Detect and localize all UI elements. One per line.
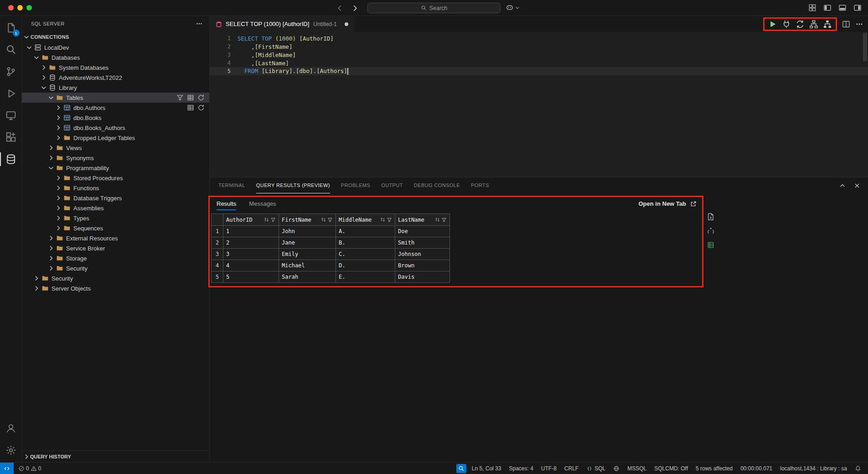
tree-item-types[interactable]: Types: [22, 213, 209, 223]
filter-icon[interactable]: [327, 217, 333, 223]
grid-action-icon[interactable]: [187, 94, 194, 101]
messages-tab[interactable]: Messages: [249, 200, 276, 210]
activity-manage[interactable]: [0, 439, 22, 461]
chevron-right-icon[interactable]: [33, 275, 40, 282]
tree-item-dbo-authors[interactable]: dbo.Authors: [22, 103, 209, 113]
column-header-middlename[interactable]: MiddleName: [336, 214, 395, 226]
tree-item-sequences[interactable]: Sequences: [22, 223, 209, 233]
tree-item-security[interactable]: Security: [22, 273, 209, 283]
sort-icon[interactable]: [320, 217, 326, 223]
chevron-right-icon[interactable]: [47, 255, 55, 262]
tree-item-synonyms[interactable]: Synonyms: [22, 153, 209, 163]
disconnect-icon[interactable]: [782, 20, 791, 29]
connections-section-header[interactable]: CONNECTIONS: [22, 31, 209, 42]
toggle-panel-icon[interactable]: [838, 4, 847, 12]
tree-item-storage[interactable]: Storage: [22, 253, 209, 263]
maximize-panel-icon[interactable]: [839, 182, 846, 189]
grid-cell[interactable]: D.: [336, 260, 395, 271]
activity-sql-server[interactable]: [0, 148, 22, 170]
change-connection-icon[interactable]: [796, 20, 805, 29]
column-header-firstname[interactable]: FirstName: [279, 214, 336, 226]
status-encoding[interactable]: UTF-8: [539, 463, 559, 474]
sidebar-more-actions-icon[interactable]: [196, 20, 203, 27]
chevron-right-icon[interactable]: [40, 64, 47, 71]
activity-accounts[interactable]: [0, 417, 22, 439]
status-zoom[interactable]: [456, 464, 466, 473]
tree-item-library[interactable]: Library: [22, 83, 209, 93]
chevron-right-icon[interactable]: [55, 134, 62, 141]
activity-source-control[interactable]: [0, 61, 22, 83]
chevron-down-icon[interactable]: [47, 94, 55, 101]
panel-tab-ports[interactable]: PORTS: [471, 177, 489, 193]
chevron-right-icon[interactable]: [47, 245, 55, 252]
save-as-excel-icon[interactable]: [707, 241, 715, 249]
grid-cell[interactable]: Smith: [395, 237, 450, 249]
chevron-right-icon[interactable]: [55, 224, 62, 232]
tree-item-external-resources[interactable]: External Resources: [22, 233, 209, 243]
problems-status[interactable]: 0 0: [16, 463, 43, 474]
grid-cell[interactable]: 5: [223, 271, 279, 283]
command-center-search[interactable]: Search: [367, 3, 501, 13]
tree-item-programmability[interactable]: Programmability: [22, 163, 209, 173]
chevron-right-icon[interactable]: [55, 204, 62, 212]
code-line[interactable]: 1SELECT TOP (1000) [AuthorID]: [210, 34, 868, 42]
activity-search[interactable]: [0, 39, 22, 61]
grid-action-icon[interactable]: [187, 104, 194, 111]
sort-icon[interactable]: [434, 217, 440, 223]
panel-tab-problems[interactable]: PROBLEMS: [341, 177, 370, 193]
grid-cell[interactable]: A.: [336, 226, 395, 237]
grid-cell[interactable]: Brown: [395, 260, 450, 271]
open-in-new-tab-button[interactable]: Open in New Tab: [639, 200, 697, 207]
toggle-primary-sidebar-icon[interactable]: [823, 4, 832, 12]
chevron-down-icon[interactable]: [40, 84, 47, 91]
tree-item-localdev[interactable]: LocalDev: [22, 42, 209, 52]
remote-indicator[interactable]: [0, 463, 14, 474]
activity-run-and-debug[interactable]: [0, 83, 22, 104]
tree-item-database-triggers[interactable]: Database Triggers: [22, 193, 209, 203]
customize-layout-icon[interactable]: [808, 4, 816, 12]
grid-cell[interactable]: Johnson: [395, 249, 450, 260]
chevron-right-icon[interactable]: [55, 174, 62, 182]
save-as-csv-icon[interactable]: [707, 213, 715, 221]
chevron-right-icon[interactable]: [55, 184, 62, 192]
chevron-down-icon[interactable]: [33, 54, 40, 61]
tree-item-databases[interactable]: Databases: [22, 52, 209, 63]
status-mssql-provider[interactable]: MSSQL: [625, 463, 649, 474]
save-as-json-icon[interactable]: { }: [707, 227, 715, 235]
code-line[interactable]: 3 ,[MiddleName]: [210, 51, 868, 59]
tree-item-dropped-ledger-tables[interactable]: Dropped Ledger Tables: [22, 133, 209, 143]
row-number-cell[interactable]: 5: [212, 271, 223, 283]
panel-tab-output[interactable]: OUTPUT: [381, 177, 403, 193]
row-number-cell[interactable]: 1: [212, 226, 223, 237]
panel-tab-terminal[interactable]: TERMINAL: [218, 177, 245, 193]
maximize-window-button[interactable]: [26, 5, 32, 10]
grid-cell[interactable]: E.: [336, 271, 395, 283]
row-number-cell[interactable]: 3: [212, 249, 223, 260]
filter-action-icon[interactable]: [176, 94, 184, 101]
chevron-down-icon[interactable]: [26, 44, 33, 51]
tree-item-service-broker[interactable]: Service Broker: [22, 243, 209, 253]
activity-explorer[interactable]: 1: [0, 17, 22, 39]
tree-item-adventureworkslt2022[interactable]: AdventureWorksLT2022: [22, 73, 209, 83]
grid-cell[interactable]: 3: [223, 249, 279, 260]
close-panel-icon[interactable]: [853, 182, 861, 189]
grid-cell[interactable]: Emily: [279, 249, 336, 260]
filter-icon[interactable]: [387, 217, 392, 223]
tree-item-system-databases[interactable]: System Databases: [22, 63, 209, 73]
grid-cell[interactable]: Sarah: [279, 271, 336, 283]
grid-cell[interactable]: 1: [223, 226, 279, 237]
tree-item-functions[interactable]: Functions: [22, 183, 209, 193]
chevron-right-icon[interactable]: [33, 285, 40, 292]
grid-cell[interactable]: Doe: [395, 226, 450, 237]
grid-cell[interactable]: Jane: [279, 237, 336, 249]
editor-tab[interactable]: SELECT TOP (1000) [AuthorID] Untitled-1: [210, 16, 354, 32]
editor-scrollbar[interactable]: [863, 33, 867, 61]
status-sqlcmd[interactable]: SQLCMD: Off: [652, 463, 690, 474]
row-number-cell[interactable]: 4: [212, 260, 223, 271]
status-end-of-line[interactable]: CRLF: [562, 463, 581, 474]
chevron-right-icon[interactable]: [55, 214, 62, 222]
activity-extensions[interactable]: [0, 126, 22, 148]
column-header-authorid[interactable]: AuthorID: [223, 214, 279, 226]
results-tab[interactable]: Results: [217, 200, 236, 210]
status-language-mode[interactable]: {}SQL: [584, 463, 608, 474]
